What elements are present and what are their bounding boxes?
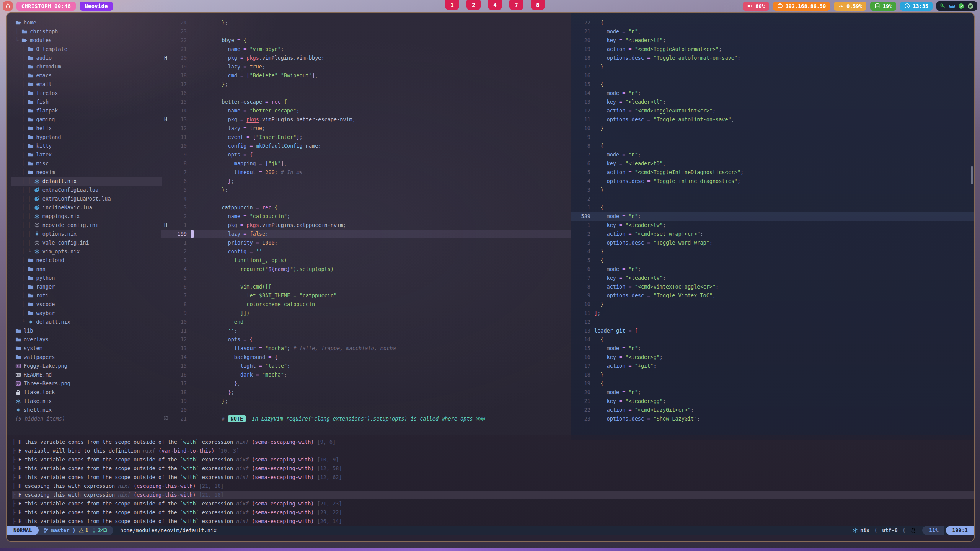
code-line[interactable]: 18 }; — [161, 388, 571, 397]
statusbar-module-disk[interactable]: 19% — [870, 2, 896, 11]
code-line[interactable]: 24 }; — [161, 18, 571, 27]
diagnostic-row[interactable]: ├ H variable will bind to this definitio… — [12, 447, 974, 455]
code-line[interactable]: 6 vim.cmd([[ — [161, 282, 571, 291]
code-line[interactable]: 19 }; — [161, 397, 571, 406]
code-line[interactable]: 2 config = '' — [161, 247, 571, 256]
diagnostic-row[interactable]: ├ H escaping this with expression nixf (… — [12, 482, 974, 491]
code-line[interactable]: 21 name = "vim-bbye"; — [161, 45, 571, 54]
diagnostic-row[interactable]: ├ H this variable comes from the scope o… — [12, 464, 974, 473]
code-line[interactable]: 2 — [571, 194, 974, 203]
hint-count[interactable]: 243 — [91, 527, 107, 533]
diagnostic-row[interactable]: ├ H this variable comes from the scope o… — [12, 438, 974, 447]
code-line[interactable]: 7 let $BAT_THEME = "catppuccin" — [161, 291, 571, 300]
code-line[interactable]: 1 { — [571, 203, 974, 212]
tree-item[interactable]: │ fish — [11, 98, 162, 106]
tree-item[interactable]: │ flatpak — [11, 106, 162, 115]
code-line[interactable]: 15 mode = "n"; — [571, 344, 974, 353]
code-line[interactable]: 199 lazy = false; — [161, 230, 571, 238]
code-line[interactable]: 19 { — [571, 379, 974, 388]
tree-item[interactable]: │ helix — [11, 124, 162, 133]
tree-item[interactable]: │ christoph — [11, 27, 162, 36]
code-line[interactable]: 4 — [161, 194, 571, 203]
code-line[interactable]: 21 mode = "n"; — [571, 27, 974, 36]
tree-item[interactable]: │ │ options.nix — [11, 230, 162, 238]
code-line[interactable]: 7 key = "<leader>tv"; — [571, 274, 974, 282]
code-line[interactable]: 18 options.desc = "Toggle autoformat-on-… — [571, 54, 974, 62]
code-line[interactable]: 3 catppuccin = rec { — [161, 203, 571, 212]
code-line[interactable]: 12 action = "<cmd>ToggleAutoLint<cr>"; — [571, 106, 974, 115]
code-line[interactable]: 6 mode = "n"; — [571, 265, 974, 274]
key-tray-icon[interactable] — [940, 3, 946, 9]
code-line[interactable]: 20 — [161, 406, 571, 414]
code-line[interactable]: 13leader-git = [ — [571, 326, 974, 335]
tree-item[interactable]: │ waybar — [11, 309, 162, 318]
code-line[interactable]: 19 lazy = true; — [161, 62, 571, 71]
code-line[interactable]: 5 action = "<cmd>ToggleInlineDiagnostics… — [571, 168, 974, 177]
keyboard-tray-icon[interactable] — [949, 3, 955, 9]
tree-item[interactable]: └ modules — [11, 36, 162, 45]
code-line[interactable]: 3 function(_, opts) — [161, 256, 571, 265]
code-line[interactable]: 15 light = "latte"; — [161, 362, 571, 370]
tree-item[interactable]: flake.lock — [11, 388, 162, 397]
tree-item[interactable]: │ │ vale_config.ini — [11, 238, 162, 247]
code-line[interactable]: 16 dark = "mocha"; — [161, 370, 571, 379]
code-line[interactable]: 23 — [161, 27, 571, 36]
code-line[interactable]: 5 }; — [161, 186, 571, 194]
tree-item[interactable]: wallpapers — [11, 353, 162, 362]
code-line[interactable]: 9 — [571, 133, 974, 142]
code-line[interactable]: 5 — [161, 274, 571, 282]
code-line[interactable]: 18 cmd = ["Bdelete" "Bwipeout"]; — [161, 71, 571, 80]
code-line[interactable]: 8 { — [571, 142, 974, 150]
code-line[interactable]: 1 key = "<leader>tw"; — [571, 221, 974, 230]
code-line[interactable]: 14 background = { — [161, 353, 571, 362]
tree-item[interactable]: │ vscode — [11, 300, 162, 309]
diagnostic-row-selected[interactable]: ├ H escaping this with expression nixf (… — [12, 491, 974, 499]
code-line[interactable]: 9 opts = { — [161, 150, 571, 159]
tree-item[interactable]: Three-Bears.png — [11, 379, 162, 388]
tree-item[interactable]: │ │ inclineNavic.lua — [11, 203, 162, 212]
scrollbar-thumb[interactable] — [971, 166, 973, 184]
code-line[interactable]: 20 mode = "n"; — [571, 388, 974, 397]
statusbar-module-clock[interactable]: 13:35 — [900, 2, 933, 11]
code-line[interactable]: 4 require("${name}").setup(opts) — [161, 265, 571, 274]
statusbar-module-gauge[interactable]: 0.59% — [834, 2, 866, 11]
tree-item[interactable]: │ email — [11, 80, 162, 89]
code-line[interactable]: 11 event = ["InsertEnter"]; — [161, 133, 571, 142]
code-line[interactable]: 2 name = "catppuccin"; — [161, 212, 571, 221]
code-line[interactable]: 5 { — [571, 256, 974, 265]
check-tray-icon[interactable] — [958, 3, 964, 9]
tree-item[interactable]: └ default.nix — [11, 318, 162, 326]
code-line[interactable]: 11 ''; — [161, 326, 571, 335]
code-line[interactable]: 8 mapping = ["jk"]; — [161, 159, 571, 168]
tree-item[interactable]: │ │ extraConfigLua.lua — [11, 186, 162, 194]
git-branch[interactable]: master — [43, 527, 70, 533]
code-line[interactable]: 23 options.desc = "Show LazyGit"; — [571, 414, 974, 423]
tree-item[interactable]: │ ranger — [11, 282, 162, 291]
tree-item[interactable]: system — [11, 344, 162, 353]
tree-item[interactable]: │ chromium — [11, 62, 162, 71]
tree-item[interactable]: │ neovim — [11, 168, 162, 177]
code-line[interactable]: 18 } — [571, 370, 974, 379]
code-line[interactable]: 6 key = "<leader>tD"; — [571, 159, 974, 168]
code-line[interactable]: H1 pkg = pkgs.vimPlugins.catppuccin-nvim… — [161, 221, 571, 230]
code-line[interactable]: 21 # NOTE In LazyVim require("clang_exte… — [161, 414, 571, 423]
statusbar-module-volume[interactable]: 80% — [743, 2, 769, 11]
workspace-1[interactable]: 1 — [445, 0, 459, 10]
diagnostic-row[interactable]: ├ H this variable comes from the scope o… — [12, 473, 974, 482]
tree-item[interactable]: │ emacs — [11, 71, 162, 80]
tree-item[interactable]: │ gaming — [11, 115, 162, 124]
tree-item[interactable]: (9 hidden items) — [11, 414, 162, 423]
code-line[interactable]: 13 flavour = "mocha"; # latte, frappe, m… — [161, 344, 571, 353]
code-line[interactable]: 16 — [161, 89, 571, 98]
code-line[interactable]: 10 } — [571, 124, 974, 133]
code-line[interactable]: 20 key = "<leader>tf"; — [571, 36, 974, 45]
nix-launcher-button[interactable] — [3, 1, 13, 11]
tree-item[interactable]: README.md — [11, 370, 162, 379]
code-line[interactable]: 7 mode = "n"; — [571, 150, 974, 159]
code-line[interactable]: 8 action = "<cmd>VimtexTocToggle<cr>"; — [571, 282, 974, 291]
tree-item-selected[interactable]: │ │ default.nix — [11, 177, 162, 186]
statusbar-module-globe[interactable]: 192.168.86.50 — [773, 2, 830, 11]
tree-item[interactable]: │ latex — [11, 150, 162, 159]
code-line[interactable]: 3 options.desc = "Toggle word-wrap"; — [571, 238, 974, 247]
diagnostic-row[interactable]: ├ H this variable comes from the scope o… — [12, 517, 974, 526]
